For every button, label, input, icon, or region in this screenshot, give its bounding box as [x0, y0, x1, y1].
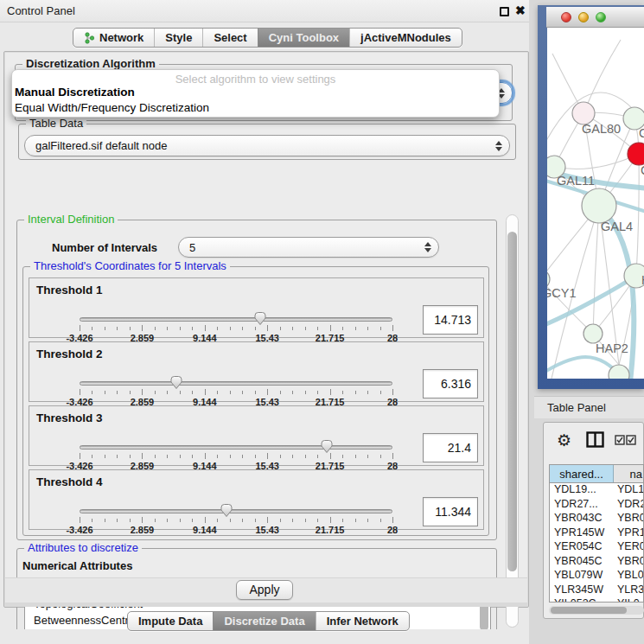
node-label-gal4: GAL4 [601, 220, 633, 233]
table-cell[interactable]: YBR0 [614, 512, 643, 526]
node-gal4[interactable] [582, 188, 616, 223]
threshold-value-field[interactable] [423, 497, 478, 526]
scrollbar-thumb[interactable] [507, 232, 517, 571]
numerical-attributes-label: Numerical Attributes [22, 559, 132, 572]
table-data-combobox[interactable]: galFiltered.sif default node [24, 135, 510, 156]
table-cell[interactable]: YBL0 [614, 569, 643, 583]
checkbox-icon [615, 435, 625, 445]
table-cell[interactable]: YIL052C [550, 597, 614, 603]
tab-impute-data[interactable]: Impute Data [128, 612, 213, 630]
table-cell[interactable]: YER0 [614, 540, 643, 555]
table-cell[interactable]: YDR27... [550, 498, 614, 513]
table-cell[interactable]: YIL0 [614, 597, 643, 603]
close-traffic-light-icon[interactable] [561, 12, 571, 22]
table-toolbar: ⚙ [544, 423, 643, 461]
node-attribute-table[interactable]: shared... na YDL19...YDL1YDR27...YDR2YBR… [549, 464, 644, 603]
float-window-icon[interactable] [500, 7, 509, 16]
dropdown-option-manual[interactable]: Manual Discretization [12, 85, 499, 100]
top-tab-bar: Network Style Select Cyni Toolbox jActiv… [73, 28, 462, 48]
slider-ticks [80, 453, 392, 460]
slider-thumb-icon[interactable] [220, 503, 233, 518]
number-of-intervals-combobox[interactable]: 5 [178, 237, 439, 258]
table-row[interactable]: YER054CYER0 [550, 540, 643, 555]
algorithm-dropdown-popup: Select algorithm to view settings Manual… [11, 69, 500, 118]
table-cell[interactable]: YBR0 [614, 555, 643, 570]
threshold-panel: Threshold 1 -3.4262.8599.14415.4321.7152… [29, 277, 484, 338]
table-row[interactable]: YLR345WYLR3 [550, 583, 643, 598]
table-row[interactable]: YPR145WYPR1 [550, 526, 643, 541]
threshold-value-field[interactable] [423, 433, 478, 462]
network-icon [84, 32, 95, 44]
settings-vertical-scrollbar[interactable] [506, 214, 519, 628]
tab-cyni-toolbox[interactable]: Cyni Toolbox [258, 29, 349, 47]
table-panel-title: Table Panel [547, 401, 606, 414]
network-canvas[interactable]: GAL80 GA GAL11 C GAL4 GCY1 H HAP2 [547, 28, 644, 379]
table-cell[interactable]: YDL1 [614, 483, 643, 498]
slider-thumb-icon[interactable] [253, 311, 267, 326]
slider-track[interactable] [80, 445, 392, 450]
minimize-traffic-light-icon[interactable] [578, 12, 589, 22]
tab-network[interactable]: Network [73, 29, 154, 47]
bottom-tab-bar: Impute Data Discretize Data Infer Networ… [127, 611, 410, 631]
table-row[interactable]: YBR043CYBR0 [550, 512, 643, 526]
hscrollbar-thumb[interactable] [551, 607, 627, 614]
slider-track[interactable] [80, 317, 392, 322]
table-header-row: shared... na [550, 465, 643, 483]
node-label-gcy1: GCY1 [547, 286, 577, 300]
tab-style[interactable]: Style [154, 29, 202, 47]
table-cell[interactable]: YLR3 [614, 583, 643, 598]
slider-track[interactable] [80, 509, 392, 513]
panel-bottom-strip [5, 603, 527, 607]
table-row[interactable]: YIL052CYIL0 [550, 597, 643, 603]
network-window-titlebar[interactable] [546, 7, 644, 28]
slider-thumb-icon[interactable] [320, 439, 334, 454]
tab-discretize-data[interactable]: Discretize Data [213, 612, 315, 630]
settings-scrollpane: Interval Definition Number of Intervals … [11, 213, 504, 629]
threshold-value-field[interactable] [423, 305, 478, 335]
tab-infer-network[interactable]: Infer Network [316, 612, 409, 630]
table-row[interactable]: YDR27...YDR2 [550, 498, 643, 513]
apply-button[interactable]: Apply [236, 580, 293, 600]
table-rows: YDL19...YDL1YDR27...YDR2YBR043CYBR0YPR14… [550, 483, 643, 603]
table-row[interactable]: YDL19...YDL1 [550, 483, 643, 498]
table-data-group: Table Data galFiltered.sif default node [18, 124, 516, 160]
slider-tick-label: 9.144 [193, 525, 217, 535]
checkbox-filter-icons[interactable] [615, 435, 636, 445]
dropdown-option-equal-width[interactable]: Equal Width/Frequency Discretization [12, 100, 499, 116]
slider-track[interactable] [80, 381, 392, 386]
table-cell[interactable]: YBR043C [550, 512, 614, 526]
zoom-traffic-light-icon[interactable] [596, 12, 606, 22]
threshold-label: Threshold 3 [36, 411, 103, 424]
threshold-label: Threshold 4 [36, 475, 103, 488]
table-cell[interactable]: YDL19... [550, 483, 614, 498]
close-icon[interactable]: ✖ [515, 3, 526, 17]
slider-tick-label: -3.426 [66, 525, 92, 535]
table-header-shared[interactable]: shared... [550, 465, 614, 482]
threshold-value-field[interactable] [423, 369, 478, 399]
table-cell[interactable]: YBL079W [550, 569, 614, 583]
table-cell[interactable]: YPR145W [550, 526, 614, 541]
slider-thumb-icon[interactable] [169, 375, 183, 390]
combo-arrows-icon [418, 242, 438, 252]
gear-icon[interactable]: ⚙ [557, 430, 571, 450]
node-hap2[interactable] [583, 324, 603, 343]
table-header-name[interactable]: na [614, 465, 643, 482]
columns-icon[interactable] [586, 431, 604, 451]
slider-ticks [80, 517, 392, 524]
control-panel-titlebar: Control Panel ✖ [0, 0, 534, 22]
tab-select[interactable]: Select [202, 29, 257, 47]
table-data-label: Table Data [26, 117, 86, 130]
table-cell[interactable]: YER054C [550, 540, 614, 555]
table-row[interactable]: YBL079WYBL0 [550, 569, 643, 583]
table-cell[interactable]: YBR045C [550, 555, 614, 570]
table-row[interactable]: YBR045CYBR0 [550, 555, 643, 570]
checkbox-icon [626, 435, 636, 445]
table-horizontal-scrollbar[interactable] [549, 606, 644, 615]
thresholds-group-label: Threshold's Coordinates for 5 Intervals [30, 259, 230, 272]
table-cell[interactable]: YLR345W [550, 583, 614, 598]
table-cell[interactable]: YPR1 [614, 526, 643, 541]
table-panel-window: ⚙ shared... na YDL19...YDL1YDR27...YDR2Y… [543, 422, 644, 619]
table-cell[interactable]: YDR2 [614, 498, 643, 513]
tab-jactivemnodules[interactable]: jActiveMNodules [349, 29, 462, 47]
network-graph: GAL80 GA GAL11 C GAL4 GCY1 H HAP2 [547, 28, 644, 379]
